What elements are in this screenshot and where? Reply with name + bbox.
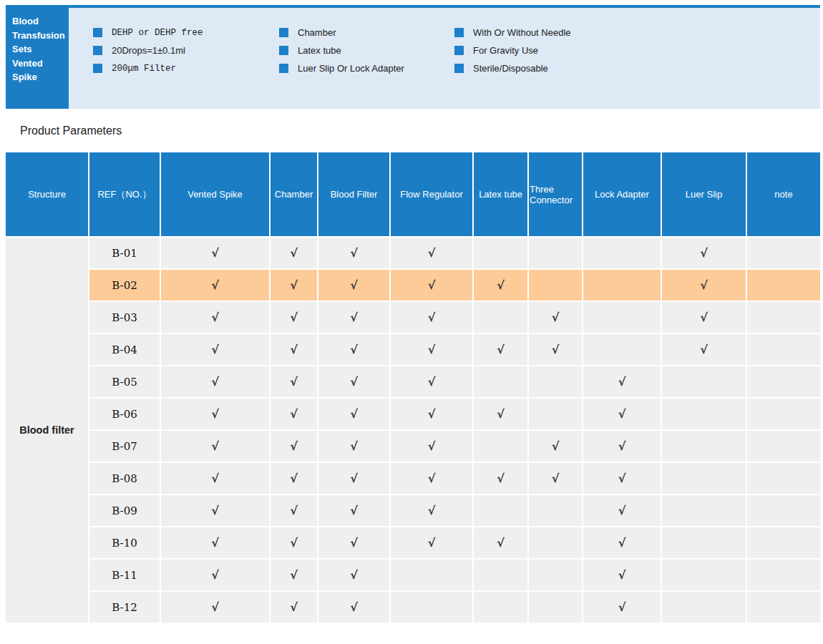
empty-cell[interactable] bbox=[747, 399, 820, 429]
empty-cell[interactable] bbox=[391, 560, 472, 590]
check-cell[interactable]: √ bbox=[529, 431, 582, 462]
check-cell[interactable]: √ bbox=[161, 399, 269, 429]
ref-cell[interactable]: B-02 bbox=[89, 270, 160, 301]
check-cell[interactable]: √ bbox=[583, 527, 661, 558]
check-cell[interactable]: √ bbox=[391, 334, 472, 365]
check-cell[interactable]: √ bbox=[583, 495, 661, 526]
empty-cell[interactable] bbox=[529, 592, 582, 623]
check-cell[interactable]: √ bbox=[271, 463, 317, 494]
ref-cell[interactable]: B-07 bbox=[89, 431, 160, 462]
check-cell[interactable]: √ bbox=[391, 431, 472, 462]
check-cell[interactable]: √ bbox=[318, 431, 389, 462]
empty-cell[interactable] bbox=[583, 270, 661, 301]
empty-cell[interactable] bbox=[747, 334, 820, 365]
empty-cell[interactable] bbox=[474, 495, 527, 526]
check-cell[interactable]: √ bbox=[271, 399, 317, 429]
check-cell[interactable]: √ bbox=[391, 302, 472, 333]
check-cell[interactable]: √ bbox=[529, 334, 582, 365]
ref-cell[interactable]: B-12 bbox=[89, 592, 160, 623]
empty-cell[interactable] bbox=[747, 238, 820, 268]
empty-cell[interactable] bbox=[474, 238, 527, 268]
check-cell[interactable]: √ bbox=[662, 302, 746, 333]
check-cell[interactable]: √ bbox=[161, 463, 269, 494]
check-cell[interactable]: √ bbox=[161, 527, 269, 558]
empty-cell[interactable] bbox=[474, 302, 527, 333]
empty-cell[interactable] bbox=[583, 334, 661, 365]
check-cell[interactable]: √ bbox=[318, 334, 389, 365]
ref-cell[interactable]: B-11 bbox=[89, 560, 160, 590]
check-cell[interactable]: √ bbox=[662, 334, 746, 365]
empty-cell[interactable] bbox=[529, 238, 582, 268]
empty-cell[interactable] bbox=[583, 238, 661, 268]
check-cell[interactable]: √ bbox=[161, 238, 269, 268]
check-cell[interactable]: √ bbox=[318, 238, 389, 268]
check-cell[interactable]: √ bbox=[391, 527, 472, 558]
empty-cell[interactable] bbox=[747, 495, 820, 526]
empty-cell[interactable] bbox=[529, 560, 582, 590]
check-cell[interactable]: √ bbox=[271, 560, 317, 590]
empty-cell[interactable] bbox=[662, 560, 746, 590]
check-cell[interactable]: √ bbox=[583, 592, 661, 623]
empty-cell[interactable] bbox=[747, 463, 820, 494]
check-cell[interactable]: √ bbox=[161, 302, 269, 333]
check-cell[interactable]: √ bbox=[391, 238, 472, 268]
empty-cell[interactable] bbox=[747, 527, 820, 558]
empty-cell[interactable] bbox=[391, 592, 472, 623]
check-cell[interactable]: √ bbox=[583, 366, 661, 397]
check-cell[interactable]: √ bbox=[271, 366, 317, 397]
empty-cell[interactable] bbox=[662, 431, 746, 462]
check-cell[interactable]: √ bbox=[583, 431, 661, 462]
check-cell[interactable]: √ bbox=[318, 463, 389, 494]
check-cell[interactable]: √ bbox=[318, 527, 389, 558]
ref-cell[interactable]: B-01 bbox=[89, 238, 160, 268]
empty-cell[interactable] bbox=[662, 592, 746, 623]
check-cell[interactable]: √ bbox=[583, 399, 661, 429]
check-cell[interactable]: √ bbox=[318, 270, 389, 301]
empty-cell[interactable] bbox=[747, 270, 820, 301]
empty-cell[interactable] bbox=[474, 592, 527, 623]
empty-cell[interactable] bbox=[747, 560, 820, 590]
check-cell[interactable]: √ bbox=[474, 527, 527, 558]
check-cell[interactable]: √ bbox=[271, 302, 317, 333]
empty-cell[interactable] bbox=[747, 431, 820, 462]
check-cell[interactable]: √ bbox=[474, 463, 527, 494]
check-cell[interactable]: √ bbox=[474, 334, 527, 365]
empty-cell[interactable] bbox=[662, 495, 746, 526]
check-cell[interactable]: √ bbox=[161, 366, 269, 397]
check-cell[interactable]: √ bbox=[583, 560, 661, 590]
check-cell[interactable]: √ bbox=[161, 495, 269, 526]
empty-cell[interactable] bbox=[747, 366, 820, 397]
check-cell[interactable]: √ bbox=[391, 463, 472, 494]
check-cell[interactable]: √ bbox=[318, 592, 389, 623]
empty-cell[interactable] bbox=[662, 399, 746, 429]
empty-cell[interactable] bbox=[583, 302, 661, 333]
check-cell[interactable]: √ bbox=[161, 431, 269, 462]
check-cell[interactable]: √ bbox=[271, 431, 317, 462]
check-cell[interactable]: √ bbox=[271, 270, 317, 301]
check-cell[interactable]: √ bbox=[391, 366, 472, 397]
check-cell[interactable]: √ bbox=[662, 270, 746, 301]
check-cell[interactable]: √ bbox=[271, 495, 317, 526]
check-cell[interactable]: √ bbox=[529, 302, 582, 333]
empty-cell[interactable] bbox=[529, 495, 582, 526]
check-cell[interactable]: √ bbox=[271, 334, 317, 365]
check-cell[interactable]: √ bbox=[529, 463, 582, 494]
ref-cell[interactable]: B-08 bbox=[89, 463, 160, 494]
check-cell[interactable]: √ bbox=[391, 495, 472, 526]
check-cell[interactable]: √ bbox=[161, 592, 269, 623]
check-cell[interactable]: √ bbox=[161, 270, 269, 301]
check-cell[interactable]: √ bbox=[474, 270, 527, 301]
ref-cell[interactable]: B-06 bbox=[89, 399, 160, 429]
ref-cell[interactable]: B-09 bbox=[89, 495, 160, 526]
check-cell[interactable]: √ bbox=[271, 527, 317, 558]
ref-cell[interactable]: B-04 bbox=[89, 334, 160, 365]
check-cell[interactable]: √ bbox=[271, 238, 317, 268]
empty-cell[interactable] bbox=[474, 560, 527, 590]
check-cell[interactable]: √ bbox=[583, 463, 661, 494]
check-cell[interactable]: √ bbox=[318, 495, 389, 526]
check-cell[interactable]: √ bbox=[662, 238, 746, 268]
empty-cell[interactable] bbox=[662, 527, 746, 558]
check-cell[interactable]: √ bbox=[318, 366, 389, 397]
check-cell[interactable]: √ bbox=[391, 270, 472, 301]
check-cell[interactable]: √ bbox=[318, 560, 389, 590]
